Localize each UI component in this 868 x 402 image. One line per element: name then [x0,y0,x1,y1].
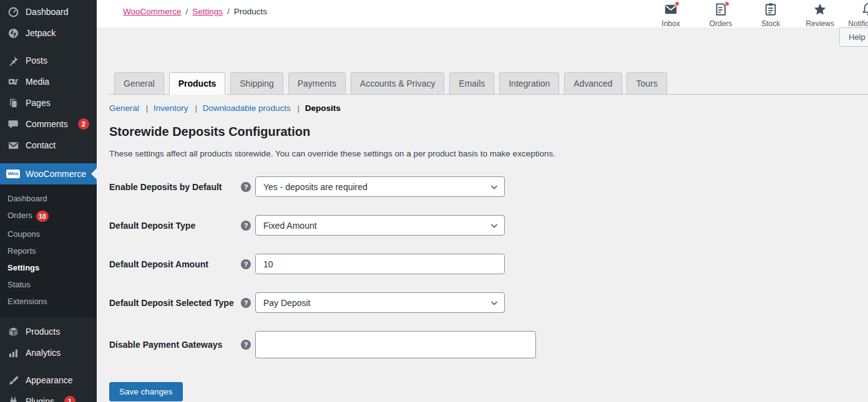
tab-integration[interactable]: Integration [499,72,559,95]
activity-label: Reviews [795,19,845,28]
chevron-down-icon [490,221,499,232]
selected-value: Pay Deposit [263,298,310,308]
media-icon [7,75,19,88]
submenu-item-status[interactable]: Status [0,276,97,293]
tab-products[interactable]: Products [169,72,226,95]
submenu-item-settings[interactable]: Settings [0,259,97,276]
sidebar-item-label: Appearance [26,375,73,385]
breadcrumb-separator: / [186,7,188,16]
submenu-item-coupons[interactable]: Coupons [0,226,97,242]
sidebar-item-label: Jetpack [26,28,56,38]
bell-icon [861,2,868,16]
orders-icon [713,2,728,16]
breadcrumb-link-settings[interactable]: Settings [192,7,223,16]
subnav-link-downloadable-products[interactable]: Downloadable products [203,103,291,113]
submenu-item-reports[interactable]: Reports [0,242,97,259]
tab-accounts-privacy[interactable]: Accounts & Privacy [351,72,445,95]
products-subnav: General | Inventory | Downloadable produ… [109,103,868,113]
tab-shipping[interactable]: Shipping [230,72,283,95]
enable-deposits-select[interactable]: Yes - deposits are required [255,176,505,197]
sidebar-item-woocommerce[interactable]: Woo WooCommerce [0,163,97,184]
activity-stock[interactable]: Stock [746,2,796,28]
settings-tabs: General Products Shipping Payments Accou… [109,72,868,95]
unread-dot [675,1,680,6]
inbox-icon [663,2,678,16]
activity-inbox[interactable]: Inbox [646,2,696,28]
sidebar-item-label: Pages [26,98,51,108]
sidebar-item-label: Products [26,327,60,337]
field-label: Enable Deposits by Default [109,182,241,192]
breadcrumb: WooCommerce / Settings / Products [123,7,267,16]
submenu-item-extensions[interactable]: Extensions [0,293,97,310]
admin-sidebar: Dashboard Jetpack Posts Media Pages Comm… [0,0,97,402]
subnav-link-inventory[interactable]: Inventory [154,103,188,113]
help-tip-icon[interactable]: ? [241,182,251,192]
help-tip-icon[interactable]: ? [241,340,251,350]
sidebar-item-dashboard[interactable]: Dashboard [0,1,97,22]
deposits-settings-form: Enable Deposits by Default ? Yes - depos… [109,176,868,358]
sidebar-item-label: Contact [26,140,56,150]
help-tip-icon[interactable]: ? [241,298,251,308]
tab-advanced[interactable]: Advanced [564,72,622,95]
subnav-current-deposits: Deposits [305,103,341,113]
tab-payments[interactable]: Payments [288,72,346,95]
save-changes-button[interactable]: Save changes [109,382,183,401]
tab-general[interactable]: General [114,72,164,95]
orders-count-badge: 10 [36,211,49,222]
help-tip-icon[interactable]: ? [241,221,251,231]
settings-content: General Products Shipping Payments Accou… [97,27,868,402]
woocommerce-icon: Woo [7,168,19,180]
sidebar-item-label: Media [26,77,49,87]
stock-icon [763,2,778,16]
sidebar-item-analytics[interactable]: Analytics [0,342,97,363]
sidebar-item-label: Dashboard [26,7,69,17]
tab-tours[interactable]: Tours [627,72,666,95]
pages-icon [7,97,19,109]
sidebar-item-contact[interactable]: Contact [0,135,97,156]
sidebar-item-media[interactable]: Media [0,71,97,92]
sidebar-item-label: Comments [26,119,68,129]
woocommerce-submenu: Dashboard Orders10 Coupons Reports Setti… [0,184,97,317]
submenu-item-orders[interactable]: Orders10 [0,207,97,226]
sidebar-item-pages[interactable]: Pages [0,92,97,113]
default-deposit-amount-input[interactable] [255,254,505,274]
top-header-bar: WooCommerce / Settings / Products Inbox … [97,0,868,27]
comments-count-badge: 2 [78,118,89,130]
plug-icon [7,395,19,402]
sidebar-item-plugins[interactable]: Plugins 1 [0,391,97,402]
help-tip-icon[interactable]: ? [241,259,251,269]
sidebar-item-jetpack[interactable]: Jetpack [0,22,97,44]
field-label: Disable Payment Gateways [109,340,241,350]
sidebar-item-posts[interactable]: Posts [0,50,97,71]
activity-orders[interactable]: Orders [696,2,746,28]
subnav-link-general[interactable]: General [109,103,139,113]
breadcrumb-link-woocommerce[interactable]: WooCommerce [123,7,182,16]
activity-label: Stock [746,19,796,28]
help-tab[interactable]: Help [839,27,868,47]
activity-notifications[interactable]: Notifications [844,2,868,28]
sidebar-item-products[interactable]: Products [0,321,97,342]
disable-payment-gateways-input[interactable] [255,331,536,358]
sidebar-item-comments[interactable]: Comments 2 [0,113,97,135]
form-row-deposit-amount: Default Deposit Amount ? [109,254,868,274]
plugins-count-badge: 1 [64,396,76,402]
help-label: Help [849,32,866,42]
brush-icon [7,374,19,386]
form-row-disable-gateways: Disable Payment Gateways ? [109,331,868,358]
box-icon [7,325,19,338]
page-description: These settings affect all products store… [109,149,868,158]
form-row-deposit-type: Default Deposit Type ? Fixed Amount [109,215,868,236]
activity-reviews[interactable]: Reviews [795,2,845,28]
submenu-item-dashboard[interactable]: Dashboard [0,190,97,207]
tab-emails[interactable]: Emails [449,72,494,95]
jetpack-icon [7,27,19,39]
comment-icon [7,118,19,130]
form-row-enable-deposits: Enable Deposits by Default ? Yes - depos… [109,176,868,197]
activity-label: Orders [696,19,746,28]
default-deposit-type-select[interactable]: Fixed Amount [255,215,505,236]
subnav-separator: | [146,103,149,113]
sidebar-item-appearance[interactable]: Appearance [0,370,97,391]
sidebar-item-label: Analytics [26,348,61,358]
activity-label: Inbox [646,19,696,28]
default-deposit-selected-type-select[interactable]: Pay Deposit [255,292,505,313]
